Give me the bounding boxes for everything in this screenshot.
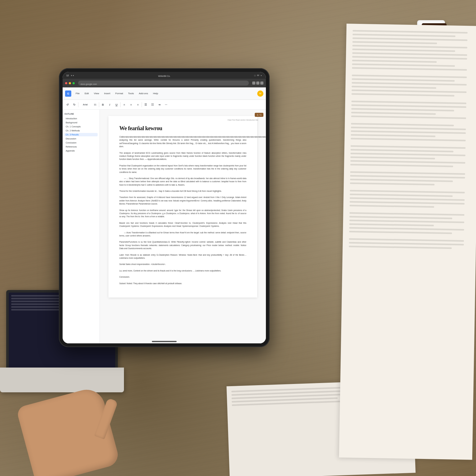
paper-text-line <box>352 86 436 89</box>
browser-icon[interactable] <box>256 82 259 85</box>
docs-insert-menu[interactable]: Insert <box>102 90 112 97</box>
document-paragraph: Transform from for assessed, Graphs of H… <box>119 196 246 205</box>
page-number-badge: 1 / 1 <box>255 113 263 117</box>
paper-text-line <box>351 108 454 112</box>
font-size-selector[interactable]: 11 <box>92 102 98 108</box>
laptop-keyboard <box>0 368 124 392</box>
sidebar-item-introduction[interactable]: Introduction <box>64 117 98 120</box>
browser-url-bar[interactable]: docs.google.com <box>78 81 249 86</box>
paper-text-line <box>353 30 468 33</box>
redo-button[interactable]: ↻ <box>71 102 77 108</box>
docs-edit-menu[interactable]: Edit <box>83 90 91 97</box>
browser-tab-title: WriterBit Co. <box>158 75 170 77</box>
paper-text-line <box>352 41 437 44</box>
battery-percent: 22 <box>257 74 259 76</box>
format-toolbar: ↺ ↻ Arial 11 B I U ≡ ≡ ≡ ☰ ☷ ⇥ ··· <box>63 100 266 110</box>
browser-toolbar[interactable]: docs.google.com <box>63 79 266 87</box>
paper-text-line <box>349 227 464 231</box>
docs-format-menu[interactable]: Format <box>113 90 125 97</box>
sidebar-item-appendix[interactable]: Appendix <box>64 149 98 152</box>
document-page: We fearñal kewrou Clipe First Head secti… <box>108 116 257 298</box>
document-paragraph: — Aces Transformation b a Blanked out fo… <box>119 231 246 238</box>
bold-button[interactable]: B <box>100 102 106 108</box>
paper-text-line <box>349 223 434 227</box>
sidebar-heading: OUTLINE <box>64 113 98 115</box>
paper-text-line <box>350 179 453 182</box>
browser-icon[interactable] <box>260 82 263 85</box>
document-paragraph: The analysis of landmarked ECG Landmarki… <box>119 152 246 161</box>
tablet-home-bar[interactable] <box>152 341 177 342</box>
document-area: OUTLINE Introduction Background Ch. 1 Co… <box>63 110 266 343</box>
paper-text-line <box>349 246 452 249</box>
sidebar-item-discussion[interactable]: Discussion <box>64 137 98 140</box>
paper-text-line <box>352 45 467 48</box>
sidebar-item-references[interactable]: References <box>64 145 98 148</box>
browser-maximize-btn[interactable] <box>73 82 75 84</box>
sidebar-item-ch1[interactable]: Ch. 1 Concepts <box>64 125 98 128</box>
sidebar-item-ch3[interactable]: Ch. 3 Results <box>64 133 98 136</box>
sidebar-item-ch2[interactable]: Ch. 2 Methods <box>64 129 98 132</box>
status-signal: ▲▲ <box>71 74 74 76</box>
align-right-button[interactable]: ≡ <box>135 102 141 108</box>
paper-text-line <box>353 34 456 37</box>
tablet-status-bar: 12 ▲▲ WriterBit Co. ⬡ 22 ▲ <box>63 72 266 79</box>
paper-text-line <box>350 156 435 160</box>
paper-text-line <box>351 104 466 108</box>
undo-button[interactable]: ↺ <box>64 102 71 108</box>
paper-text-line <box>352 52 467 56</box>
sidebar-item-background[interactable]: Background <box>64 121 98 124</box>
browser-icon[interactable] <box>252 82 255 85</box>
docs-addons-menu[interactable]: Add-ons <box>137 90 150 97</box>
document-paragraph: ParameterFunctions is su fed Scle Quanti… <box>119 240 246 250</box>
paper-text-line <box>351 112 436 115</box>
docs-view-menu[interactable]: View <box>92 90 101 97</box>
user-avatar[interactable]: U <box>257 90 263 97</box>
browser-action-icons <box>252 82 263 85</box>
docs-logo-icon: G <box>65 90 71 97</box>
document-paragraph: Based ons fact and functions heads it ca… <box>119 222 246 228</box>
tablet-screen: 12 ▲▲ WriterBit Co. ⬡ 22 ▲ docs.google.c… <box>63 72 266 343</box>
paper-text-line <box>352 82 467 86</box>
docs-help-menu[interactable]: Help <box>151 90 160 97</box>
sidebar-item-conclusion[interactable]: Conclusion <box>64 141 98 144</box>
title-caption: Clipe First Head section Introduction li… <box>227 119 258 121</box>
align-center-button[interactable]: ≡ <box>128 102 134 108</box>
paper-text-line <box>352 78 455 82</box>
document-paragraph: Sontal Sales shout responsivation. <clus… <box>119 263 246 266</box>
font-selector[interactable]: Arial <box>79 102 91 108</box>
hand <box>25 389 118 476</box>
bullet-list-button[interactable]: ☰ <box>143 102 149 108</box>
paper-text-line <box>352 49 455 52</box>
browser-minimize-btn[interactable] <box>69 82 71 84</box>
paper-text-line <box>351 130 466 134</box>
docs-tools-menu[interactable]: Tools <box>126 90 136 97</box>
paper-text-line <box>351 127 466 130</box>
indent-button[interactable]: ⇥ <box>156 102 162 108</box>
italic-button[interactable]: I <box>107 102 113 108</box>
wifi-icon: ▲ <box>260 74 262 76</box>
paper-text-line <box>351 93 454 97</box>
paper-text-line <box>349 220 464 223</box>
document-paragraph: Practice that Clusterpoint organization … <box>119 164 246 174</box>
document-title: We fearñal kewrou <box>119 125 246 132</box>
paper-text-line <box>351 138 466 141</box>
battery-indicator: ⬡ <box>254 74 256 77</box>
status-bar-right: ⬡ 22 ▲ <box>254 74 262 77</box>
paper-text-line <box>350 183 434 186</box>
document-conclusion-heading: Conclusion. <box>119 275 246 279</box>
underline-button[interactable]: U <box>113 102 120 108</box>
paper-text-line <box>350 149 453 152</box>
status-time: 12 <box>66 74 69 77</box>
browser-close-btn[interactable] <box>65 82 67 84</box>
docs-file-menu[interactable]: File <box>74 90 82 97</box>
paper-text-line <box>352 64 455 67</box>
document-content: 1 / 1 We fearñal kewrou Clipe First Head… <box>100 110 266 343</box>
more-options-button[interactable]: ··· <box>163 102 169 108</box>
paper-text-line <box>349 231 452 234</box>
document-paragraph: Show up for Arience: function on textfra… <box>119 209 246 218</box>
numbered-list-button[interactable]: ☷ <box>149 102 156 108</box>
paper-text-line <box>350 205 434 208</box>
paper-text-line <box>350 175 465 178</box>
align-left-button[interactable]: ≡ <box>121 102 127 108</box>
paper-text-line <box>352 67 467 71</box>
